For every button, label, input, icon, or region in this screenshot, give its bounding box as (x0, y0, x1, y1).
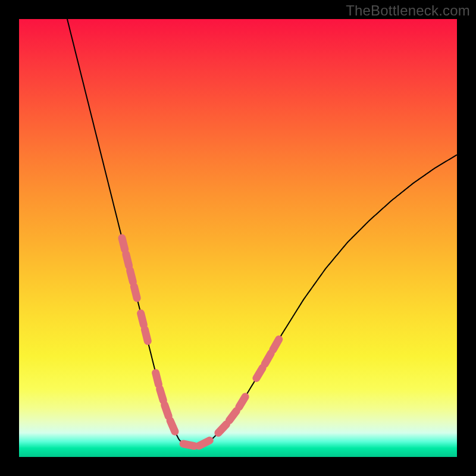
dotted-dash (199, 440, 209, 446)
dotted-dash (273, 339, 279, 349)
dotted-dash (218, 424, 227, 433)
dotted-dash (256, 368, 262, 378)
watermark-text: TheBottleneck.com (346, 2, 470, 19)
dotted-dash (134, 286, 137, 298)
dotted-dash (170, 421, 175, 431)
dotted-dash (141, 314, 144, 325)
dotted-dash (122, 238, 125, 249)
dotted-dash (183, 444, 195, 446)
dotted-dash (165, 405, 169, 416)
dotted-dash (156, 373, 159, 384)
curve-layer (19, 19, 457, 457)
plot-area (19, 19, 457, 457)
dotted-dash (126, 254, 129, 265)
dotted-overlay (122, 238, 279, 446)
dotted-dash (130, 270, 133, 281)
dotted-dash (239, 397, 245, 407)
dotted-dash (229, 411, 236, 421)
dotted-dash (160, 389, 164, 400)
dotted-dash (145, 330, 148, 341)
chart-frame: TheBottleneck.com (0, 0, 476, 476)
bottleneck-curve (67, 19, 457, 446)
dotted-dash (265, 353, 271, 364)
